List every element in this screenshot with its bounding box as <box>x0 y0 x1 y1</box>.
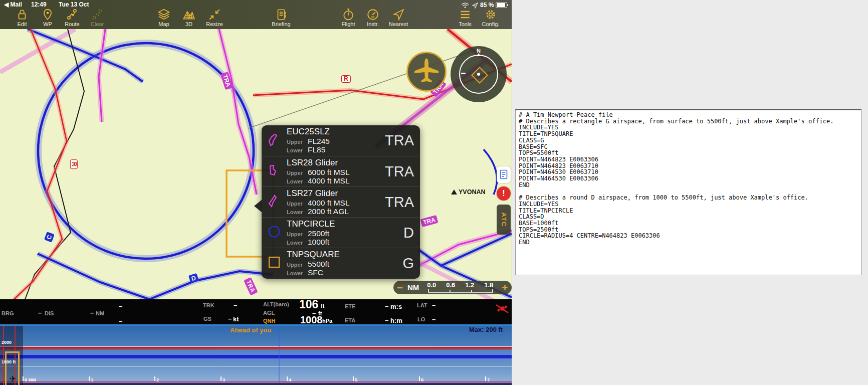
aux-value-bottom: – <box>119 317 122 325</box>
airspace-row-tnpcircle[interactable]: TNPCIRCLE Upper2500ft Lower1000ft D <box>262 217 420 248</box>
nearest-arrow-icon <box>392 8 405 21</box>
brg-label: BRG <box>2 310 14 316</box>
airspace-row-euc25slz[interactable]: EUC25SLZ UpperFL245 LowerFL85 TRA <box>262 125 420 156</box>
lon-value: – <box>432 315 436 323</box>
navigation-app-pane: ◀ Mail 12:49 Tue 13 Oct 85 % Edit WP Rou… <box>0 0 512 385</box>
airspace-shape-icon <box>267 194 287 211</box>
flight-timer-icon <box>342 8 355 21</box>
aircraft-icon <box>412 57 441 86</box>
alert-badge[interactable]: ! <box>497 186 511 201</box>
ete-value: – <box>385 302 388 310</box>
airspace-name: LSR27 Glider <box>287 188 385 199</box>
airspace-row-lsr28[interactable]: LSR28 Glider Upper6000 ft MSL Lower4000 … <box>262 156 420 186</box>
toolbar-item-3d[interactable]: 3D <box>176 8 202 27</box>
toolbar-item-flight[interactable]: Flight <box>335 8 361 27</box>
waypoint-triangle-icon <box>451 189 457 195</box>
agl-label: AGL <box>263 310 275 316</box>
gs-value: – <box>228 315 232 322</box>
compass-center-dot <box>477 73 480 76</box>
airspace-shape-icon <box>267 132 287 149</box>
airspace-class: G <box>402 255 415 272</box>
eta-label: ETA <box>345 317 355 323</box>
aux-value-top: – <box>119 302 122 310</box>
resize-icon <box>208 8 221 21</box>
map-layers-icon <box>157 8 170 21</box>
max-elevation-label: Max: 200 ft <box>469 326 503 333</box>
airspace-shape-icon <box>267 255 287 272</box>
moving-map[interactable]: TRA TRA TRA TRA R R D C YVONAN N <box>0 29 512 299</box>
scale-unit: NM <box>407 283 419 292</box>
qnh-unit: hPa <box>322 318 332 324</box>
atc-tab[interactable]: ATC <box>497 205 511 235</box>
airspace-class: TRA <box>385 163 415 180</box>
airspace-row-tnpsquare[interactable]: TNPSQUARE Upper5500ft LowerSFC G <box>262 248 420 278</box>
airspace-name: TNPSQUARE <box>287 250 402 260</box>
toolbar-item-route[interactable]: Route <box>59 8 85 27</box>
ete-unit: m:s <box>390 303 402 310</box>
waypoint-yvonan[interactable]: YVONAN <box>451 188 485 196</box>
clear-route-icon <box>91 8 104 21</box>
gs-label: GS <box>203 316 211 322</box>
lon-label: LO <box>417 316 425 322</box>
lock-icon <box>16 8 29 21</box>
zoom-out-button[interactable]: − <box>393 282 406 294</box>
airspace-name: LSR28 Glider <box>287 158 385 168</box>
map-scale-bar: − NM 0.00.61.21.8 + <box>393 281 512 294</box>
back-to-mail-button[interactable]: ◀ Mail <box>4 1 22 8</box>
airspace-class: D <box>403 225 415 241</box>
elevation-profile[interactable]: 2000 1000 ft Ahead of you Max: 200 ft ✈ … <box>0 324 512 385</box>
toolbar-item-resize[interactable]: Resize <box>201 8 228 27</box>
terrain-red-line <box>0 381 512 382</box>
airspace-row-lsr27[interactable]: LSR27 Glider Upper4000 ft MSL Lower2000 … <box>262 186 420 217</box>
popup-tail <box>254 200 262 213</box>
toolbar-item-edit[interactable]: Edit <box>9 8 35 27</box>
dis-value: – <box>90 309 94 316</box>
toolbar-item-clear[interactable]: Clear <box>84 8 110 27</box>
gridline-1000 <box>0 366 512 366</box>
compass-widget[interactable]: N <box>451 46 507 102</box>
airspace-file-pane: # A Tim Newport-Peace file # Describes a… <box>512 0 868 385</box>
profile-aircraft-icon: ✈ <box>10 374 16 383</box>
clock-time: 12:49 <box>31 1 47 8</box>
notes-icon <box>500 169 508 179</box>
compass-tick <box>461 73 466 74</box>
config-gear-icon <box>484 8 497 21</box>
toolbar-item-briefing[interactable]: Briefing <box>268 8 294 27</box>
brg-value: – <box>38 309 42 316</box>
briefing-icon <box>275 8 288 21</box>
toolbar-item-tools[interactable]: Tools <box>452 8 478 27</box>
route-icon <box>66 8 79 21</box>
waypoint-pin-icon <box>41 8 54 21</box>
scale-ruler: 0.00.61.21.8 <box>422 281 498 294</box>
airspace-band-red <box>0 347 512 349</box>
alt-baro-unit: ft <box>321 303 324 309</box>
zoom-in-button[interactable]: + <box>498 282 511 294</box>
airspace-shape-icon <box>267 224 287 241</box>
toolbar-item-nearest[interactable]: Nearest <box>385 8 411 27</box>
clock-date: Tue 13 Oct <box>59 1 89 8</box>
trk-label: TRK <box>203 302 214 308</box>
airspace-info-popup: EUC25SLZ UpperFL245 LowerFL85 TRA LSR28 … <box>262 125 420 279</box>
airspace-class: TRA <box>385 194 415 211</box>
airspace-file-textarea[interactable]: # A Tim Newport-Peace file # Describes a… <box>515 109 861 275</box>
airspace-vertical-boundary <box>3 326 4 385</box>
terrain-strip <box>0 383 512 385</box>
airspace-band-blue <box>0 355 512 358</box>
gps-no-fix-icon <box>495 303 509 315</box>
gs-unit: kt <box>233 315 239 323</box>
toolbar-item-instruments[interactable]: Instr. <box>360 8 386 27</box>
dis-unit: NM <box>96 310 104 316</box>
battery-icon <box>496 2 507 8</box>
terrain-3d-icon <box>182 8 195 21</box>
toolbar-item-wp[interactable]: WP <box>35 8 61 27</box>
qnh-value: 1008 <box>300 314 323 326</box>
airspace-label-r: R <box>341 75 351 83</box>
center-on-aircraft-button[interactable] <box>406 52 447 92</box>
instrument-bar: BRG – DIS – NM – – TRK – GS – kt ALT(bar… <box>0 299 512 324</box>
messages-button[interactable] <box>497 166 511 183</box>
altitude-label-1000: 1000 ft <box>2 359 16 364</box>
ete-label: ETE <box>345 303 355 309</box>
toolbar-item-config[interactable]: Config. <box>478 8 504 27</box>
lat-label: LAT <box>417 302 427 308</box>
toolbar-item-map[interactable]: Map <box>151 8 177 27</box>
